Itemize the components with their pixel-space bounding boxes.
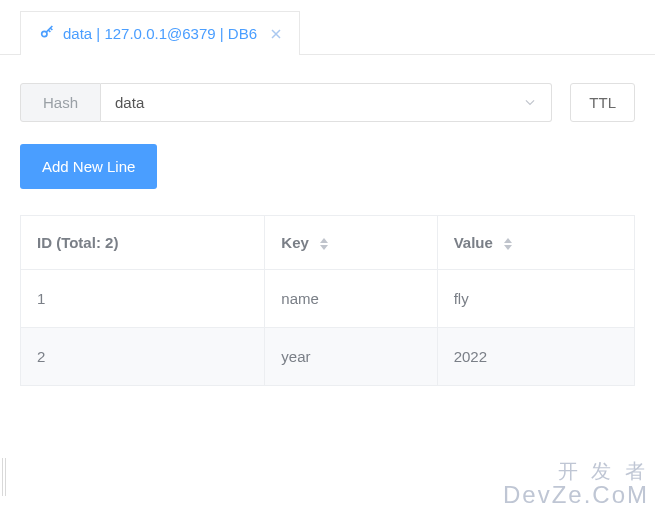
cell-value: 2022 <box>437 328 634 386</box>
ttl-button[interactable]: TTL <box>570 83 635 122</box>
id-column-header[interactable]: ID (Total: 2) <box>21 216 265 270</box>
tab-active[interactable]: data | 127.0.0.1@6379 | DB6 <box>20 11 300 55</box>
cell-value: fly <box>437 270 634 328</box>
sort-icon <box>319 238 329 250</box>
cell-id: 1 <box>21 270 265 328</box>
key-select-value: data <box>115 94 144 111</box>
key-icon <box>39 24 55 43</box>
close-icon[interactable] <box>271 26 281 42</box>
svg-point-0 <box>42 31 47 36</box>
sort-icon <box>503 238 513 250</box>
value-column-header[interactable]: Value <box>437 216 634 270</box>
tab-bar: data | 127.0.0.1@6379 | DB6 <box>0 0 655 55</box>
key-column-header[interactable]: Key <box>265 216 437 270</box>
controls-row: Hash data TTL <box>0 55 655 122</box>
watermark: 开 发 者 DevZe.CoM <box>503 460 649 508</box>
tab-label: data | 127.0.0.1@6379 | DB6 <box>63 25 257 42</box>
left-handle[interactable] <box>2 458 6 496</box>
cell-id: 2 <box>21 328 265 386</box>
table-row[interactable]: 2 year 2022 <box>21 328 635 386</box>
cell-key: name <box>265 270 437 328</box>
type-badge: Hash <box>20 83 101 122</box>
hash-table: ID (Total: 2) Key Value <box>0 189 655 386</box>
chevron-down-icon <box>523 94 537 111</box>
table-row[interactable]: 1 name fly <box>21 270 635 328</box>
add-new-line-button[interactable]: Add New Line <box>20 144 157 189</box>
key-select[interactable]: data <box>101 83 552 122</box>
cell-key: year <box>265 328 437 386</box>
action-row: Add New Line <box>0 122 655 189</box>
